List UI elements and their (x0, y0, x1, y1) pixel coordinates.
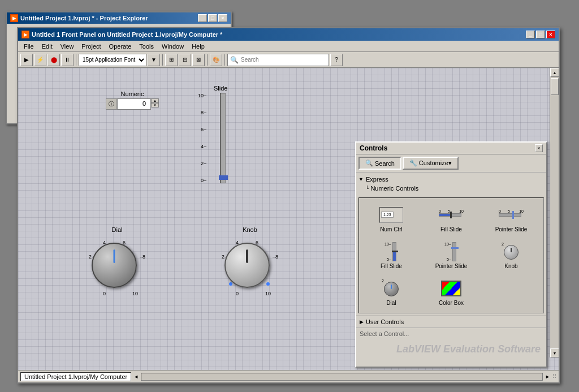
user-controls-arrow-icon: ▶ (360, 319, 364, 325)
v-scrollbar[interactable]: ▲ ▼ (550, 68, 559, 357)
spin-down[interactable]: ▼ (151, 103, 159, 107)
font-select[interactable]: 15pt Application Font (79, 54, 146, 66)
font-size-btn[interactable]: ▼ (148, 54, 160, 66)
stop-btn[interactable]: ⬤ (47, 54, 60, 66)
distribute-btn[interactable]: ⊟ (179, 54, 191, 66)
pe-minimize-btn[interactable]: _ (198, 14, 207, 22)
status-bar: Untitled Project 1.lvproj/My Computer ◄ … (18, 370, 559, 382)
menu-operate[interactable]: Operate (106, 42, 135, 50)
pointer-slide-mid: 5 (508, 209, 510, 213)
grid-item-num-ctrl[interactable]: 1.23 Num Ctrl (364, 203, 419, 235)
toolbar-sep-2 (162, 54, 163, 66)
knob-scale-0: 0 (236, 291, 239, 296)
dial-label: Dial (112, 226, 123, 233)
express-arrow-icon: ▼ (358, 176, 364, 182)
num-ctrl-label: Num Ctrl (380, 226, 402, 232)
slide-thumb[interactable] (219, 175, 228, 180)
pointer-slide-visual: 0 5 10 (499, 209, 524, 221)
dial-small-body (384, 282, 399, 296)
pe-close-btn[interactable]: × (218, 14, 227, 22)
grid-item-knob[interactable]: 2 Knob (483, 239, 539, 272)
spin-up[interactable]: ▲ (151, 98, 159, 103)
dial-body[interactable] (92, 243, 137, 288)
knob-scale-10: 10 (265, 291, 271, 296)
fp-close-btn[interactable]: × (546, 31, 555, 38)
pe-title: Untitled Project 1.lvproj * - Project Ex… (20, 15, 148, 21)
fill-slide-v-icon-container: 10– 5– (377, 242, 405, 261)
resize-btn[interactable]: ⊠ (192, 54, 205, 66)
menu-edit[interactable]: Edit (38, 42, 56, 50)
scroll-down-btn[interactable]: ▼ (550, 348, 559, 357)
tree-corner-icon: └ (365, 186, 369, 191)
menu-tools[interactable]: Tools (136, 42, 157, 50)
cp-customize-btn[interactable]: 🔧 Customize▾ (403, 157, 459, 170)
knob-control: Knob 2– 4 6 –8 0 10 (219, 226, 281, 299)
toolbar: ▶ ⚡ ⬤ ⏸ 15pt Application Font ▼ ⊞ ⊟ ⊠ 🎨 … (18, 52, 559, 68)
scroll-track[interactable] (550, 77, 559, 348)
cp-close-btn[interactable]: × (535, 144, 543, 152)
status-resize-icon: ⠿ (552, 373, 556, 380)
pointer-slide-label: Pointer Slide (495, 226, 528, 232)
select-control-item[interactable]: Select a Control... (356, 328, 546, 339)
pointer-slide-max: 10 (519, 209, 524, 213)
pause-btn[interactable]: ⏸ (61, 54, 74, 66)
numeric-display[interactable]: 0 (117, 98, 151, 110)
numeric-control: Numeric ⓘ 0 ▲ ▼ (106, 91, 159, 110)
grid-item-color-box[interactable]: Color Box (424, 276, 479, 308)
fp-win-controls[interactable]: _ □ × (526, 31, 555, 38)
user-controls-header[interactable]: ▶ User Controls (356, 316, 546, 328)
pointer-slide-v-icon-container: 10– 5– (437, 242, 465, 261)
fp-title: Untitled 1 Front Panel on Untitled Proje… (32, 31, 222, 38)
grid-item-fill-slide-h[interactable]: 0 5 10 Fill Slide (424, 203, 479, 235)
search-input[interactable] (241, 57, 326, 63)
fp-minimize-btn[interactable]: _ (526, 31, 535, 38)
toolbar-sep-3 (207, 54, 208, 66)
align-btn[interactable]: ⊞ (165, 54, 178, 66)
slide-val-2: 2– (201, 161, 206, 166)
pointer-slide-min: 0 (499, 209, 501, 213)
fill-slide-h-icon-container: 0 5 10 (437, 205, 465, 225)
toolbar-sep-1 (76, 54, 76, 66)
knob-body[interactable] (224, 243, 270, 288)
pe-titlebar: ▶ Untitled Project 1.lvproj * - Project … (7, 12, 231, 24)
menu-file[interactable]: File (20, 42, 37, 50)
color-btn[interactable]: 🎨 (210, 54, 222, 66)
search-icon: 🔍 (230, 56, 239, 64)
menu-view[interactable]: View (57, 42, 77, 50)
pointer-slide-thumb (512, 211, 514, 219)
numeric-spinner[interactable]: ▲ ▼ (151, 98, 159, 110)
canvas-area[interactable]: Numeric ⓘ 0 ▲ ▼ Slide 10– 8– 6– 4– (18, 68, 559, 370)
status-scroll-left[interactable]: ◄ (133, 374, 139, 380)
menu-help[interactable]: Help (188, 42, 208, 50)
fp-app-icon: ▶ (21, 31, 29, 38)
run-arrow-btn[interactable]: ▶ (20, 54, 33, 66)
knob-scale-8: –8 (273, 254, 278, 260)
knob-label: Knob (243, 226, 257, 233)
status-scrollbar[interactable] (141, 373, 543, 381)
grid-item-pointer-slide[interactable]: 0 5 10 Pointer Slide (483, 203, 539, 235)
color-box-visual (441, 281, 461, 296)
search-box[interactable]: 🔍 (227, 54, 329, 66)
express-tree-item[interactable]: ▼ Express (358, 175, 544, 184)
pe-maximize-btn[interactable]: □ (208, 14, 217, 22)
menu-project[interactable]: Project (78, 42, 104, 50)
grid-item-dial[interactable]: 2 Dial (364, 276, 419, 308)
cp-customize-label: Customize▾ (419, 160, 452, 167)
help-btn[interactable]: ? (330, 54, 343, 66)
numeric-controls-tree-item[interactable]: └ Numeric Controls (365, 184, 544, 193)
grid-item-pointer-slide-v[interactable]: 10– 5– Pointer Slide (424, 239, 479, 272)
fill-slide-h-mid: 5 (448, 209, 450, 213)
scroll-up-btn[interactable]: ▲ (550, 68, 559, 77)
grid-item-fill-slide-v[interactable]: 10– 5– Fill Slide (364, 239, 419, 272)
fill-slide-h-visual: 0 5 10 (439, 209, 464, 221)
scroll-thumb[interactable] (551, 78, 559, 95)
pe-win-controls[interactable]: _ □ × (198, 14, 227, 22)
slide-track[interactable] (220, 93, 226, 183)
fp-maximize-btn[interactable]: □ (536, 31, 545, 38)
pointer-slide-v-scale: 10– 5– (444, 242, 451, 261)
run-highlight-btn[interactable]: ⚡ (34, 54, 46, 66)
cp-search-btn[interactable]: 🔍 Search (358, 157, 401, 170)
status-scroll-right[interactable]: ► (545, 374, 550, 380)
menu-window[interactable]: Window (158, 42, 187, 50)
fill-slide-h-max: 10 (459, 209, 464, 213)
